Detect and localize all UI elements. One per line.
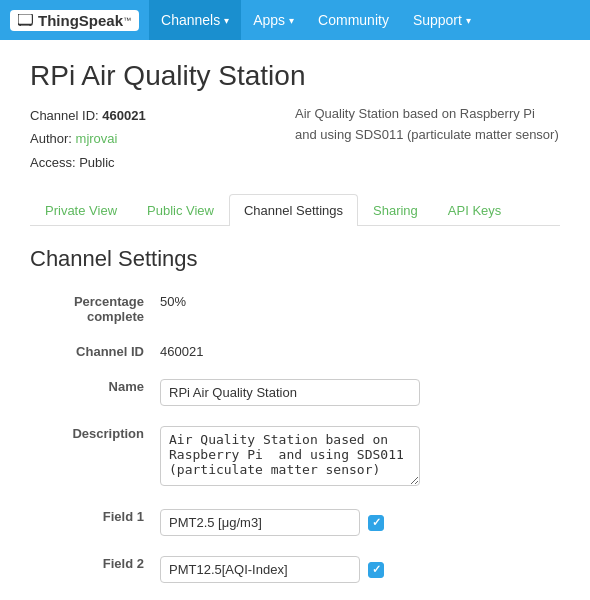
field1-label: Field 1 [30, 503, 160, 524]
field2-input[interactable] [160, 556, 360, 583]
channel-id-row: Channel ID: 460021 [30, 104, 295, 127]
author-row: Author: mjrovai [30, 127, 295, 150]
tab-sharing[interactable]: Sharing [358, 194, 433, 226]
access-label: Access: [30, 155, 76, 170]
access-row: Access: Public [30, 151, 295, 174]
access-value: Public [79, 155, 114, 170]
navbar: ThingSpeak™ Channels ▾ Apps ▾ Community … [0, 0, 590, 40]
nav-community[interactable]: Community [306, 0, 401, 40]
tab-private-view[interactable]: Private View [30, 194, 132, 226]
main-content: RPi Air Quality Station Channel ID: 4600… [0, 40, 590, 600]
field2-row: ✓ [160, 556, 560, 583]
channel-id-label: Channel ID: [30, 108, 99, 123]
description-textarea-wrapper [160, 420, 560, 489]
channel-id-value: 460021 [102, 108, 145, 123]
form-row-field2: Field 2 ✓ [30, 550, 560, 583]
field1-check-icon: ✓ [372, 516, 381, 529]
nav-apps[interactable]: Apps ▾ [241, 0, 306, 40]
field2-check-icon: ✓ [372, 563, 381, 576]
field2-input-wrapper: ✓ [160, 550, 560, 583]
logo-tm: ™ [123, 16, 131, 25]
name-input[interactable] [160, 379, 420, 406]
author-label: Author: [30, 131, 72, 146]
form-row-name: Name [30, 373, 560, 406]
form-row-description: Description [30, 420, 560, 489]
page-title: RPi Air Quality Station [30, 60, 560, 92]
form-row-channel-id: Channel ID 460021 [30, 338, 560, 359]
form-row-percentage: Percentagecomplete 50% [30, 288, 560, 324]
tab-public-view[interactable]: Public View [132, 194, 229, 226]
percentage-value: 50% [160, 288, 560, 309]
form-row-field1: Field 1 ✓ [30, 503, 560, 536]
field1-row: ✓ [160, 509, 560, 536]
logo[interactable]: ThingSpeak™ [10, 10, 139, 31]
tab-channel-settings[interactable]: Channel Settings [229, 194, 358, 226]
author-link[interactable]: mjrovai [76, 131, 118, 146]
field2-checkbox[interactable]: ✓ [368, 562, 384, 578]
field2-label: Field 2 [30, 550, 160, 571]
field1-input-wrapper: ✓ [160, 503, 560, 536]
name-input-wrapper [160, 373, 560, 406]
percentage-label: Percentagecomplete [30, 288, 160, 324]
description-textarea[interactable] [160, 426, 420, 486]
settings-section-title: Channel Settings [30, 246, 560, 272]
svg-rect-0 [18, 14, 32, 24]
apps-chevron-icon: ▾ [289, 15, 294, 26]
description-label: Description [30, 420, 160, 441]
tab-api-keys[interactable]: API Keys [433, 194, 516, 226]
channels-chevron-icon: ▾ [224, 15, 229, 26]
tabs-bar: Private View Public View Channel Setting… [30, 194, 560, 226]
logo-text: ThingSpeak [38, 12, 123, 29]
channel-id-field-label: Channel ID [30, 338, 160, 359]
logo-icon [18, 14, 34, 26]
field1-input[interactable] [160, 509, 360, 536]
field1-checkbox[interactable]: ✓ [368, 515, 384, 531]
settings-form: Percentagecomplete 50% Channel ID 460021… [30, 288, 560, 600]
nav-channels[interactable]: Channels ▾ [149, 0, 241, 40]
meta-left: Channel ID: 460021 Author: mjrovai Acces… [30, 104, 295, 174]
support-chevron-icon: ▾ [466, 15, 471, 26]
nav-support[interactable]: Support ▾ [401, 0, 483, 40]
meta-section: Channel ID: 460021 Author: mjrovai Acces… [30, 104, 560, 174]
name-label: Name [30, 373, 160, 394]
page-description: Air Quality Station based on Raspberry P… [295, 106, 559, 142]
channel-id-field-value: 460021 [160, 338, 560, 359]
meta-right: Air Quality Station based on Raspberry P… [295, 104, 560, 174]
